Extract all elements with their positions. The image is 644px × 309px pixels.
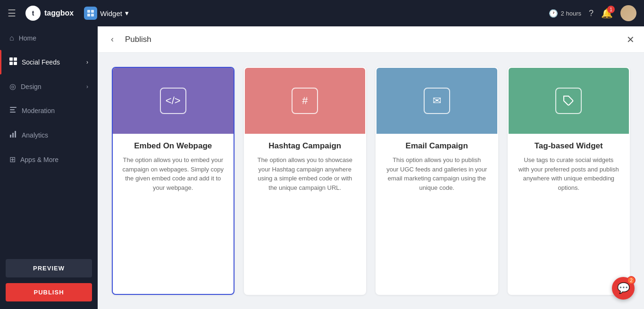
tag-card[interactable]: Tag-based Widget Use tags to curate soci…	[508, 67, 630, 295]
sidebar-label-moderation: Moderation	[22, 107, 55, 114]
logo-text: taggbox	[44, 9, 74, 17]
embed-card-title: Embed On Webpage	[122, 141, 224, 151]
embed-card-body: Embed On Webpage The option allows you t…	[113, 134, 234, 294]
email-card[interactable]: ✉ Email Campaign This option allows you …	[376, 67, 498, 295]
sidebar: ⌂ Home Social Feeds › ◎ Design ›	[0, 26, 98, 309]
svg-rect-11	[10, 135, 11, 138]
email-card-icon-area: ✉	[376, 68, 497, 134]
time-badge: 🕐 2 hours	[549, 9, 581, 18]
sidebar-label-apps: Apps & More	[20, 156, 59, 163]
email-card-desc: This option allows you to publish your U…	[386, 155, 488, 192]
tag-card-body: Tag-based Widget Use tags to curate soci…	[509, 134, 629, 294]
email-card-body: Email Campaign This option allows you to…	[376, 134, 497, 294]
hamburger-icon[interactable]: ☰	[8, 8, 16, 19]
nav-right: 🕐 2 hours ? 🔔 1	[549, 5, 636, 21]
publish-header: ‹ Publish ✕	[98, 26, 644, 53]
svg-rect-4	[9, 57, 13, 61]
publish-title: Publish	[125, 35, 619, 44]
logo: t taggbox	[25, 6, 74, 21]
embed-card[interactable]: </> Embed On Webpage The option allows y…	[112, 67, 234, 295]
svg-rect-3	[91, 14, 94, 16]
sidebar-item-home[interactable]: ⌂ Home	[0, 26, 98, 50]
analytics-icon	[9, 130, 17, 140]
close-button[interactable]: ✕	[627, 34, 635, 45]
social-feeds-icon	[9, 57, 17, 67]
svg-rect-13	[15, 131, 16, 138]
preview-button[interactable]: PREVIEW	[6, 259, 92, 277]
svg-rect-8	[10, 107, 17, 108]
sidebar-label-design: Design	[21, 83, 42, 90]
sidebar-label-analytics: Analytics	[22, 131, 48, 139]
content-area: ‹ Publish ✕ </> Embed On Webpage The opt…	[98, 26, 644, 309]
email-card-title: Email Campaign	[386, 141, 488, 151]
cards-area: </> Embed On Webpage The option allows y…	[98, 53, 644, 309]
sidebar-item-apps-more[interactable]: ⊞ Apps & More	[0, 147, 98, 171]
clock-icon: 🕐	[549, 9, 558, 18]
notification-badge: 1	[607, 6, 615, 13]
svg-rect-7	[14, 62, 17, 65]
logo-icon: t	[25, 6, 41, 21]
design-chevron-icon: ›	[86, 83, 88, 90]
svg-rect-9	[10, 109, 15, 110]
embed-card-desc: The option allows you to embed your camp…	[122, 155, 224, 192]
widget-button[interactable]: Widget ▾	[79, 4, 134, 23]
design-icon: ◎	[9, 82, 16, 91]
svg-rect-2	[87, 14, 90, 16]
notification-button[interactable]: 🔔 1	[601, 8, 613, 19]
sidebar-bottom: PREVIEW PUBLISH	[0, 255, 98, 309]
hashtag-card-title: Hashtag Campaign	[254, 141, 356, 151]
svg-rect-6	[9, 62, 13, 65]
tag-card-desc: Use tags to curate social widgets with y…	[518, 155, 620, 192]
help-icon[interactable]: ?	[589, 8, 594, 18]
sidebar-item-analytics[interactable]: Analytics	[0, 123, 98, 147]
widget-label: Widget	[100, 9, 122, 17]
top-navbar: ☰ t taggbox Widget ▾ 🕐 2 hours ? 🔔 1	[0, 0, 644, 26]
email-icon: ✉	[424, 88, 450, 114]
tag-card-title: Tag-based Widget	[518, 141, 620, 151]
widget-icon	[84, 7, 97, 20]
apps-icon: ⊞	[9, 155, 16, 164]
sidebar-item-label: Home	[19, 34, 36, 42]
moderation-icon	[9, 106, 17, 115]
home-icon: ⌂	[9, 34, 14, 42]
svg-rect-1	[91, 10, 94, 13]
chat-notification-badge: 2	[627, 276, 636, 285]
hashtag-card-desc: The option allows you to showcase your H…	[254, 155, 356, 192]
hashtag-icon: #	[292, 88, 318, 114]
publish-button[interactable]: PUBLISH	[6, 283, 92, 301]
hashtag-card-body: Hashtag Campaign The option allows you t…	[245, 134, 366, 294]
tag-card-icon-area	[509, 68, 629, 134]
chat-bubble[interactable]: 💬 2	[612, 277, 635, 300]
hashtag-card[interactable]: # Hashtag Campaign The option allows you…	[244, 67, 367, 295]
sidebar-item-moderation[interactable]: Moderation	[0, 98, 98, 123]
avatar[interactable]	[620, 5, 636, 21]
sidebar-item-design[interactable]: ◎ Design ›	[0, 74, 98, 98]
svg-rect-0	[87, 10, 90, 13]
sidebar-label-social-feeds: Social Feeds	[22, 58, 60, 66]
time-label: 2 hours	[561, 10, 581, 17]
embed-icon: </>	[160, 88, 186, 114]
main-layout: ⌂ Home Social Feeds › ◎ Design ›	[0, 26, 644, 309]
widget-chevron: ▾	[125, 9, 129, 17]
svg-rect-12	[12, 133, 14, 138]
svg-rect-5	[14, 57, 17, 61]
tag-icon	[555, 88, 582, 114]
back-button[interactable]: ‹	[107, 33, 117, 46]
sidebar-item-social-feeds[interactable]: Social Feeds ›	[0, 50, 98, 74]
svg-rect-10	[10, 112, 16, 113]
chevron-right-icon: ›	[86, 59, 88, 65]
embed-card-icon-area: </>	[113, 68, 234, 134]
hashtag-card-icon-area: #	[245, 68, 366, 134]
chat-icon: 💬	[617, 282, 630, 294]
